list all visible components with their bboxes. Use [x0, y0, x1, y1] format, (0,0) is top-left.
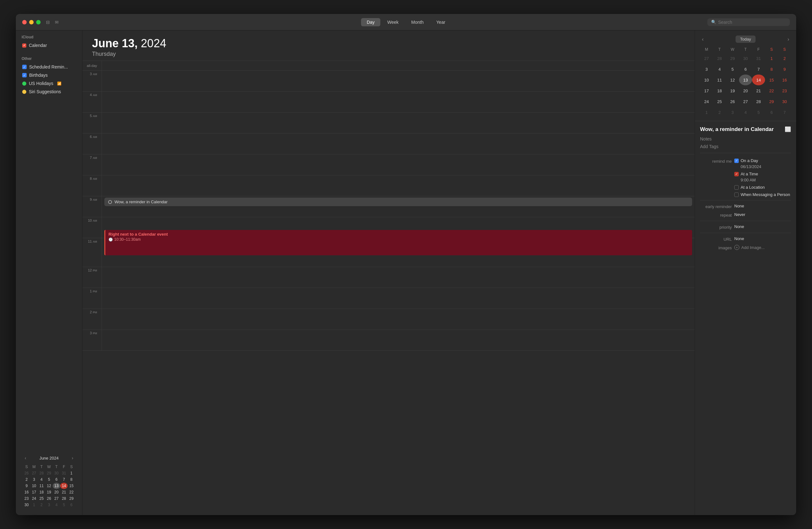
time-content-9am[interactable]: Wow, a reminder in Calendar: [102, 196, 695, 217]
reminder-event[interactable]: Wow, a reminder in Calendar: [104, 197, 692, 206]
mini-cal-day[interactable]: 14: [60, 483, 68, 489]
time-content-6am[interactable]: [102, 133, 695, 154]
time-content-1pm[interactable]: [102, 288, 695, 309]
right-cal-day[interactable]: 7: [752, 64, 765, 75]
mini-cal-day[interactable]: 6: [68, 502, 75, 508]
right-cal-day[interactable]: 29: [726, 53, 739, 64]
mini-cal-day[interactable]: 16: [23, 489, 30, 495]
mini-cal-day[interactable]: 29: [68, 495, 75, 502]
birthdays-checkbox[interactable]: ✓: [22, 73, 27, 77]
right-cal-day[interactable]: 4: [713, 64, 726, 75]
right-cal-prev[interactable]: ‹: [700, 36, 706, 43]
right-cal-day[interactable]: 22: [765, 85, 778, 96]
tab-year[interactable]: Year: [431, 18, 451, 26]
mini-cal-day[interactable]: 21: [60, 489, 68, 495]
time-content-3am[interactable]: [102, 71, 695, 91]
right-cal-day[interactable]: 19: [726, 85, 739, 96]
mini-cal-day[interactable]: 3: [45, 502, 53, 508]
when-messaging-check[interactable]: When Messaging a Person: [734, 192, 791, 197]
mini-cal-day[interactable]: 3: [30, 476, 38, 483]
mini-cal-day[interactable]: 31: [60, 470, 68, 476]
right-cal-day[interactable]: 6: [739, 64, 752, 75]
time-content-7am[interactable]: [102, 155, 695, 175]
right-cal-day[interactable]: 4: [739, 107, 752, 118]
calendar-checkbox[interactable]: ✓: [22, 43, 26, 47]
right-cal-day[interactable]: 2: [778, 53, 791, 64]
time-content-3pm[interactable]: [102, 330, 695, 350]
mini-cal-day[interactable]: 5: [60, 502, 68, 508]
time-content-11am[interactable]: Right next to a Calendar event 🕐 10:30–1…: [102, 238, 695, 267]
mini-cal-day[interactable]: 30: [53, 470, 60, 476]
mini-cal-day[interactable]: 6: [53, 476, 60, 483]
right-mini-cal-today[interactable]: Today: [736, 35, 756, 43]
right-cal-day[interactable]: 1: [700, 107, 713, 118]
right-cal-day[interactable]: 27: [700, 53, 713, 64]
right-cal-day[interactable]: 17: [700, 85, 713, 96]
right-cal-day[interactable]: 20: [739, 85, 752, 96]
mini-cal-day[interactable]: 10: [30, 483, 38, 489]
right-cal-day[interactable]: 16: [778, 75, 791, 85]
right-cal-day[interactable]: 9: [778, 64, 791, 75]
right-cal-day[interactable]: 30: [739, 53, 752, 64]
mini-cal-day[interactable]: 2: [38, 502, 45, 508]
right-cal-day[interactable]: 29: [765, 96, 778, 107]
mini-cal-day[interactable]: 28: [38, 470, 45, 476]
mini-cal-next[interactable]: ›: [70, 455, 75, 461]
note-icon[interactable]: ✉: [54, 19, 60, 25]
sidebar-item-siri-suggestions[interactable]: Siri Suggestions: [20, 88, 78, 96]
mini-cal-day[interactable]: 20: [53, 489, 60, 495]
right-cal-day[interactable]: 3: [726, 107, 739, 118]
right-cal-day[interactable]: 8: [765, 64, 778, 75]
right-cal-day[interactable]: 24: [700, 96, 713, 107]
sidebar-item-scheduled-reminders[interactable]: ✓ Scheduled Remin...: [20, 63, 78, 71]
when-messaging-checkbox[interactable]: [734, 192, 739, 197]
right-cal-day[interactable]: 5: [726, 64, 739, 75]
time-content-4am[interactable]: [102, 92, 695, 112]
search-bar[interactable]: 🔍: [707, 18, 790, 26]
add-tags[interactable]: Add Tags: [700, 144, 791, 153]
mini-cal-day[interactable]: 26: [45, 495, 53, 502]
close-button[interactable]: [22, 20, 27, 25]
mini-cal-day[interactable]: 18: [38, 489, 45, 495]
mini-cal-day[interactable]: 5: [45, 476, 53, 483]
on-a-day-checkbox[interactable]: ✓: [734, 159, 739, 163]
minimize-button[interactable]: [29, 20, 34, 25]
at-a-location-checkbox[interactable]: [734, 185, 739, 190]
right-cal-day[interactable]: 12: [726, 75, 739, 85]
mini-cal-day[interactable]: 27: [30, 470, 38, 476]
sidebar-toggle-icon[interactable]: ⊟: [45, 19, 51, 25]
right-cal-day[interactable]: 10: [700, 75, 713, 85]
mini-cal-prev[interactable]: ‹: [23, 455, 28, 461]
mini-cal-day[interactable]: 24: [30, 495, 38, 502]
tab-week[interactable]: Week: [381, 18, 404, 26]
tab-month[interactable]: Month: [406, 18, 430, 26]
add-image-button[interactable]: + Add Image...: [734, 245, 765, 250]
mini-cal-day[interactable]: 13: [53, 483, 60, 489]
mini-cal-day[interactable]: 26: [23, 470, 30, 476]
right-cal-day[interactable]: 28: [752, 96, 765, 107]
at-a-location-check[interactable]: At a Location: [734, 185, 791, 190]
mini-cal-day[interactable]: 9: [23, 483, 30, 489]
right-cal-day[interactable]: 28: [713, 53, 726, 64]
on-a-day-check[interactable]: ✓ On a Day: [734, 158, 791, 163]
at-a-time-check[interactable]: ✓ At a Time: [734, 172, 791, 176]
mini-cal-day[interactable]: 8: [68, 476, 75, 483]
right-cal-day[interactable]: 13: [739, 75, 752, 85]
time-content-2pm[interactable]: [102, 309, 695, 329]
mini-cal-day[interactable]: 1: [30, 502, 38, 508]
sidebar-item-calendar[interactable]: ✓ Calendar: [20, 41, 78, 49]
right-cal-day[interactable]: 5: [752, 107, 765, 118]
cal-body[interactable]: all-day 3 AM 4 AM 5 AM: [83, 61, 695, 515]
right-cal-day[interactable]: 18: [713, 85, 726, 96]
right-cal-day[interactable]: 11: [713, 75, 726, 85]
mini-cal-day[interactable]: 15: [68, 483, 75, 489]
mini-cal-day[interactable]: 22: [68, 489, 75, 495]
right-cal-day[interactable]: 27: [739, 96, 752, 107]
mini-cal-day[interactable]: 4: [38, 476, 45, 483]
mini-cal-day[interactable]: 19: [45, 489, 53, 495]
share-icon[interactable]: ⬜: [785, 126, 791, 132]
time-content-8am[interactable]: [102, 175, 695, 196]
mini-cal-day[interactable]: 25: [38, 495, 45, 502]
right-cal-next[interactable]: ›: [786, 36, 791, 43]
right-cal-day[interactable]: 21: [752, 85, 765, 96]
